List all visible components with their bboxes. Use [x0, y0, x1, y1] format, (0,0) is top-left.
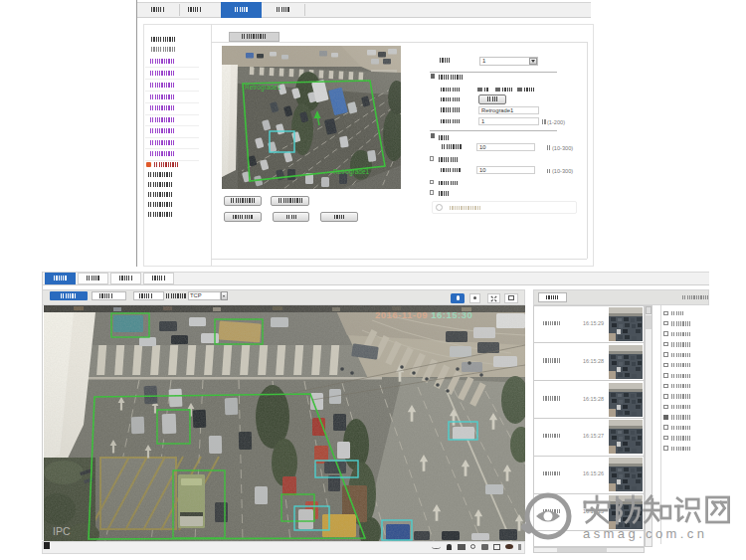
- svg-text:asmag.com.cn: asmag.com.cn: [583, 526, 707, 541]
